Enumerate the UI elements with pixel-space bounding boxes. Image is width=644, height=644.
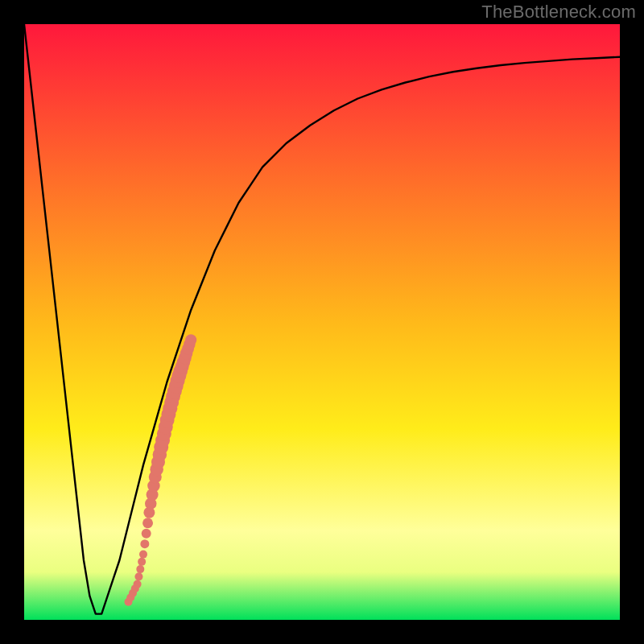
plot-area	[24, 24, 620, 620]
highlight-marker-dot	[139, 551, 147, 559]
highlight-marker-fill	[142, 529, 151, 539]
highlight-marker-fill	[142, 518, 153, 528]
highlight-marker-fill	[134, 572, 142, 580]
highlight-marker-dot	[134, 580, 142, 588]
highlight-marker-fill	[136, 565, 144, 573]
highlight-marker-dot	[185, 334, 196, 345]
highlight-marker-fill	[140, 539, 149, 548]
bottleneck-chart	[24, 24, 620, 620]
highlight-marker-fill	[138, 558, 146, 566]
chart-frame: TheBottleneck.com	[0, 0, 644, 644]
gradient-background	[24, 24, 620, 620]
watermark-text: TheBottleneck.com	[481, 2, 636, 23]
